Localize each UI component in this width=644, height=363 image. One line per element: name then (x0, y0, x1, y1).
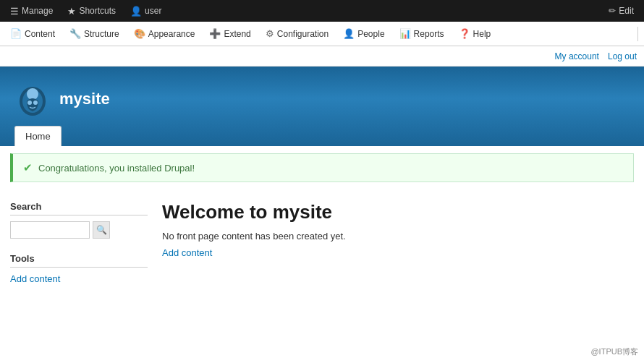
nav-extend-label: Extend (224, 29, 250, 39)
my-account-link[interactable]: My account (555, 51, 599, 61)
user-icon: 👤 (130, 6, 142, 17)
search-input[interactable] (10, 221, 90, 239)
tools-block: Tools Add content (10, 253, 148, 284)
svg-point-3 (27, 101, 32, 105)
sidebar: Search 🔍 Tools Add content (10, 201, 148, 299)
hamburger-icon: ☰ (10, 6, 19, 17)
nav-appearance-label: Appearance (148, 29, 195, 39)
site-nav: Home (14, 126, 62, 146)
pencil-icon: ✏ (609, 6, 616, 16)
nav-content-label: Content (25, 29, 55, 39)
site-name: mysite (59, 90, 110, 108)
page-body: No front page content has been created y… (162, 231, 634, 242)
home-tab-label: Home (25, 131, 51, 142)
home-tab[interactable]: Home (14, 126, 62, 146)
shortcuts-label: Shortcuts (79, 6, 116, 16)
site-branding: mysite (14, 81, 110, 117)
main-content: Search 🔍 Tools Add content Welcome to my… (0, 189, 644, 310)
configuration-icon: ⚙ (266, 28, 274, 39)
content-icon: 📄 (10, 28, 22, 39)
nav-structure-label: Structure (84, 29, 119, 39)
add-content-link[interactable]: Add content (162, 247, 212, 258)
drupal-logo (14, 81, 51, 117)
tools-block-title: Tools (10, 253, 148, 268)
nav-extend[interactable]: ➕ Extend (202, 22, 258, 46)
nav-bar: 📄 Content 🔧 Structure 🎨 Appearance ➕ Ext… (0, 22, 644, 46)
nav-people-label: People (357, 29, 384, 39)
success-message: ✔ Congratulations, you installed Drupal! (10, 153, 634, 182)
sidebar-add-content-link[interactable]: Add content (10, 273, 60, 284)
structure-icon: 🔧 (69, 28, 81, 39)
search-block: Search 🔍 (10, 201, 148, 239)
nav-reports[interactable]: 📊 Reports (392, 22, 452, 46)
star-icon: ★ (67, 6, 76, 17)
log-out-link[interactable]: Log out (608, 51, 637, 61)
nav-configuration[interactable]: ⚙ Configuration (258, 22, 336, 46)
account-bar: My account Log out (0, 46, 644, 67)
messages-area: ✔ Congratulations, you installed Drupal! (0, 146, 644, 189)
nav-help-label: Help (473, 29, 491, 39)
user-label: user (145, 6, 161, 16)
nav-configuration-label: Configuration (277, 29, 329, 39)
edit-label: Edit (619, 6, 634, 16)
appearance-icon: 🎨 (134, 28, 145, 39)
search-icon: 🔍 (96, 225, 107, 235)
page-content: Welcome to mysite No front page content … (162, 201, 634, 299)
extend-icon: ➕ (209, 28, 221, 39)
nav-help[interactable]: ❓ Help (452, 22, 499, 46)
nav-people[interactable]: 👤 People (336, 22, 391, 46)
manage-menu[interactable]: ☰ Manage (4, 0, 59, 22)
nav-content[interactable]: 📄 Content (3, 22, 62, 46)
svg-point-2 (27, 88, 38, 100)
edit-button[interactable]: ✏ Edit (603, 6, 640, 16)
admin-bar: ☰ Manage ★ Shortcuts 👤 user ✏ Edit (0, 0, 644, 22)
nav-structure[interactable]: 🔧 Structure (62, 22, 127, 46)
help-icon: ❓ (459, 28, 470, 39)
nav-appearance[interactable]: 🎨 Appearance (127, 22, 203, 46)
success-message-text: Congratulations, you installed Drupal! (38, 163, 195, 174)
nav-reports-label: Reports (414, 29, 444, 39)
site-header: mysite Home (0, 67, 644, 146)
nav-divider (637, 27, 638, 41)
manage-label: Manage (22, 6, 53, 16)
page-title: Welcome to mysite (162, 201, 634, 223)
check-icon: ✔ (23, 161, 33, 174)
search-form: 🔍 (10, 221, 148, 239)
reports-icon: 📊 (399, 28, 411, 39)
svg-point-4 (33, 101, 38, 105)
user-menu[interactable]: 👤 user (124, 0, 167, 22)
shortcuts-menu[interactable]: ★ Shortcuts (62, 0, 122, 22)
search-button[interactable]: 🔍 (93, 221, 110, 239)
people-icon: 👤 (343, 28, 355, 39)
search-block-title: Search (10, 201, 148, 215)
